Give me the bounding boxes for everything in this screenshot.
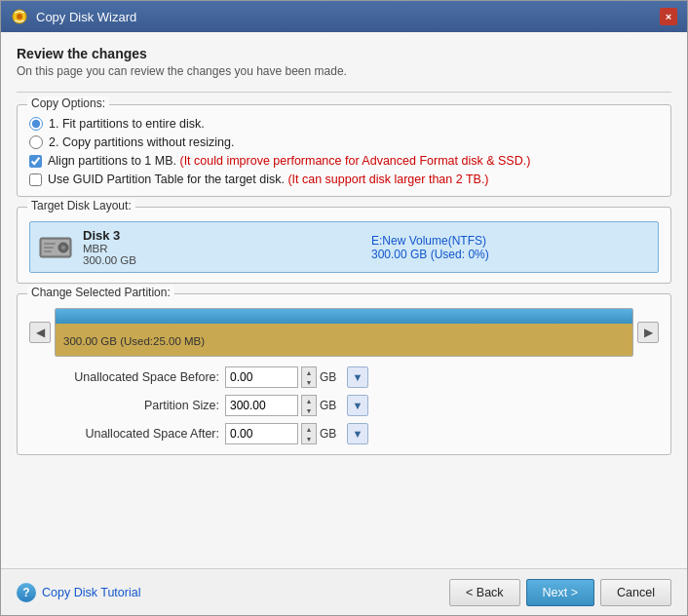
app-icon <box>11 8 28 25</box>
option-1-radio[interactable] <box>29 117 43 131</box>
option-1-row[interactable]: 1. Fit partitions to entire disk. <box>29 117 659 131</box>
field-after-input[interactable] <box>225 423 298 444</box>
checkbox-2-text: Use GUID Partition Table for the target … <box>48 173 489 186</box>
field-before-down[interactable]: ▼ <box>302 377 316 387</box>
field-size-input-group: ▲ ▼ GB ▼ <box>225 395 368 416</box>
checkbox-1-row[interactable]: Align partitions to 1 MB. (It could impr… <box>29 154 659 168</box>
footer-left: ? Copy Disk Tutorial <box>17 583 441 602</box>
field-size-down[interactable]: ▼ <box>302 405 316 415</box>
checkbox-2-row[interactable]: Use GUID Partition Table for the target … <box>29 173 659 186</box>
option-1-text: 1. Fit partitions to entire disk. <box>49 117 205 131</box>
field-after-unit: GB <box>320 427 344 441</box>
field-size-unit: GB <box>320 399 344 412</box>
footer-buttons: < Back Next > Cancel <box>449 579 671 606</box>
disk-type: MBR <box>83 243 362 254</box>
option-2-text: 2. Copy partitions without resizing. <box>49 135 234 149</box>
partition-bar-bottom: 300.00 GB (Used:25.00 MB) <box>56 324 632 357</box>
field-before-spinner: ▲ ▼ <box>301 366 317 388</box>
copy-options-label: Copy Options: <box>27 96 109 110</box>
partition-bar-top <box>56 309 632 324</box>
partition-bar: 300.00 GB (Used:25.00 MB) <box>55 308 633 357</box>
back-button[interactable]: < Back <box>449 579 520 606</box>
partition-prev-arrow[interactable]: ◀ <box>29 322 51 343</box>
disk-entry[interactable]: Disk 3 MBR 300.00 GB E:New Volume(NTFS) … <box>29 221 659 273</box>
page-header: Review the changes On this page you can … <box>17 46 671 78</box>
field-size-input[interactable] <box>225 395 298 416</box>
field-after-input-group: ▲ ▼ GB ▼ <box>225 423 368 444</box>
disk-size: 300.00 GB <box>83 254 362 266</box>
field-after-spinner: ▲ ▼ <box>301 423 317 444</box>
field-after-row: Unallocated Space After: ▲ ▼ GB ▼ <box>49 423 659 444</box>
field-after-up[interactable]: ▲ <box>302 424 316 434</box>
disk-volume: E:New Volume(NTFS) <box>371 234 650 248</box>
option-2-radio[interactable] <box>29 135 43 149</box>
svg-rect-7 <box>44 247 54 249</box>
field-before-row: Unallocated Space Before: ▲ ▼ GB ▼ <box>49 366 659 388</box>
next-button[interactable]: Next > <box>526 579 594 606</box>
help-icon[interactable]: ? <box>17 583 36 602</box>
partition-next-arrow[interactable]: ▶ <box>637 322 659 343</box>
field-before-unit: GB <box>320 370 344 384</box>
svg-point-5 <box>61 246 65 250</box>
checkbox-1-text: Align partitions to 1 MB. (It could impr… <box>48 154 530 168</box>
field-size-up[interactable]: ▲ <box>302 396 316 405</box>
partition-size-label: 300.00 GB (Used:25.00 MB) <box>63 335 205 347</box>
field-after-unit-dropdown[interactable]: ▼ <box>347 423 368 444</box>
main-window: Copy Disk Wizard × Review the changes On… <box>0 0 688 616</box>
svg-rect-6 <box>44 243 56 245</box>
partition-fields: Unallocated Space Before: ▲ ▼ GB ▼ Parti… <box>29 366 659 444</box>
options-list: 1. Fit partitions to entire disk. 2. Cop… <box>29 113 659 186</box>
svg-rect-8 <box>44 250 52 252</box>
field-after-label: Unallocated Space After: <box>49 427 219 441</box>
cancel-button[interactable]: Cancel <box>600 579 671 606</box>
field-before-input-group: ▲ ▼ GB ▼ <box>225 366 368 388</box>
field-before-input[interactable] <box>225 366 298 388</box>
help-link[interactable]: Copy Disk Tutorial <box>42 586 140 599</box>
close-button[interactable]: × <box>660 8 677 25</box>
field-before-up[interactable]: ▲ <box>302 367 316 377</box>
change-partition-group: Change Selected Partition: ◀ 300.00 GB (… <box>17 293 671 455</box>
page-subtitle: On this page you can review the changes … <box>17 64 671 78</box>
change-partition-label: Change Selected Partition: <box>27 286 174 299</box>
svg-point-1 <box>17 14 22 19</box>
copy-options-group: Copy Options: 1. Fit partitions to entir… <box>17 104 671 197</box>
field-size-label: Partition Size: <box>49 399 219 412</box>
field-before-unit-dropdown[interactable]: ▼ <box>347 366 368 388</box>
field-after-down[interactable]: ▼ <box>302 434 316 443</box>
option-2-row[interactable]: 2. Copy partitions without resizing. <box>29 135 659 149</box>
field-size-spinner: ▲ ▼ <box>301 395 317 416</box>
window-title: Copy Disk Wizard <box>36 10 652 24</box>
disk-volume-info: E:New Volume(NTFS) 300.00 GB (Used: 0%) <box>371 234 650 261</box>
target-disk-label: Target Disk Layout: <box>27 199 135 212</box>
target-disk-group: Target Disk Layout: Disk 3 MBR <box>17 207 671 284</box>
disk-icon <box>38 233 73 262</box>
disk-name: Disk 3 <box>83 228 362 243</box>
page-title: Review the changes <box>17 46 671 61</box>
partition-bar-container: ◀ 300.00 GB (Used:25.00 MB) ▶ <box>29 308 659 357</box>
disk-info: Disk 3 MBR 300.00 GB <box>83 228 362 266</box>
disk-volume-size: 300.00 GB (Used: 0%) <box>371 248 650 261</box>
field-size-row: Partition Size: ▲ ▼ GB ▼ <box>49 395 659 416</box>
footer: ? Copy Disk Tutorial < Back Next > Cance… <box>1 568 687 615</box>
titlebar: Copy Disk Wizard × <box>1 1 687 32</box>
content-area: Review the changes On this page you can … <box>1 32 687 568</box>
header-divider <box>17 92 671 93</box>
checkbox-guid-input[interactable] <box>29 173 42 186</box>
field-size-unit-dropdown[interactable]: ▼ <box>347 395 368 416</box>
checkbox-align-input[interactable] <box>29 155 42 168</box>
field-before-label: Unallocated Space Before: <box>49 370 219 384</box>
